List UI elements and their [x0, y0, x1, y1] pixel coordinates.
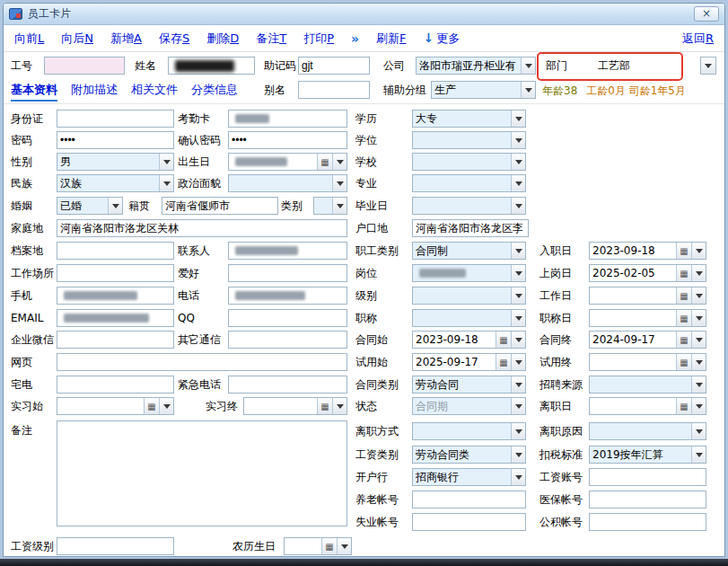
- add-button[interactable]: 新增A: [110, 31, 142, 47]
- medical-account-input[interactable]: [589, 491, 706, 509]
- post-combobox[interactable]: [412, 264, 526, 282]
- website-input[interactable]: [57, 353, 347, 371]
- lunar-birthday-calendar-icon[interactable]: ▦: [321, 538, 337, 554]
- leave-way-dropdown-arrow-icon[interactable]: [511, 423, 525, 439]
- join-date-calendar-icon[interactable]: ▦: [676, 243, 691, 259]
- category-combobox[interactable]: [313, 197, 347, 215]
- probation-end-calendar-icon[interactable]: ▦: [676, 354, 691, 370]
- mobile-input[interactable]: [57, 287, 174, 305]
- salary-account-input[interactable]: [589, 468, 706, 486]
- gender-dropdown-arrow-icon[interactable]: [159, 154, 173, 170]
- other-contact-input[interactable]: [228, 331, 347, 349]
- fund-account-input[interactable]: [589, 513, 706, 531]
- save-button[interactable]: 保存S: [159, 31, 189, 47]
- work-date-calendar-icon[interactable]: ▦: [676, 287, 691, 304]
- leave-date-calendar-icon[interactable]: ▦: [676, 398, 691, 414]
- department-value[interactable]: 工艺部: [598, 59, 630, 72]
- workplace-input[interactable]: [57, 264, 174, 282]
- native-place-input[interactable]: [162, 197, 278, 215]
- tab-extra-description[interactable]: 附加描述: [71, 82, 118, 102]
- company-combobox[interactable]: 洛阳市瑞亚丹柜业有: [416, 57, 536, 75]
- post-dropdown-arrow-icon[interactable]: [511, 265, 525, 281]
- recruit-source-combobox[interactable]: [589, 376, 706, 394]
- remark-textarea[interactable]: [57, 420, 347, 526]
- forward-button[interactable]: 向前L: [14, 31, 44, 47]
- refresh-button[interactable]: 刷新F: [376, 31, 406, 47]
- leave-reason-dropdown-arrow-icon[interactable]: [691, 423, 706, 439]
- print-button[interactable]: 打印P: [303, 31, 334, 47]
- graduation-date-dropdown-arrow-icon[interactable]: [511, 198, 525, 214]
- home-addr-input[interactable]: [57, 219, 347, 237]
- salary-type-dropdown-arrow-icon[interactable]: [511, 447, 525, 463]
- salary-type-combobox[interactable]: 劳动合同类: [412, 446, 526, 464]
- delete-button[interactable]: 删除D: [206, 31, 239, 47]
- birth-date-calendar-icon[interactable]: ▦: [317, 154, 332, 170]
- email-input[interactable]: [57, 309, 174, 327]
- contract-end-dropdown-arrow-icon[interactable]: [691, 332, 706, 348]
- leave-reason-combobox[interactable]: [589, 422, 706, 440]
- birth-date-dropdown-arrow-icon[interactable]: [332, 154, 346, 170]
- join-date-dropdown-arrow-icon[interactable]: [691, 243, 706, 259]
- intern-start-calendar-icon[interactable]: ▦: [144, 398, 159, 414]
- emp-no-input[interactable]: [44, 57, 125, 75]
- archive-addr-input[interactable]: [57, 242, 174, 260]
- alias-input[interactable]: [298, 81, 370, 99]
- level-combobox[interactable]: [412, 287, 526, 305]
- work-date-dropdown-arrow-icon[interactable]: [691, 287, 706, 304]
- probation-start-dropdown-arrow-icon[interactable]: [511, 354, 525, 370]
- tab-basic-info[interactable]: 基本资料: [11, 82, 57, 102]
- intern-end-picker[interactable]: ▦: [243, 397, 347, 415]
- school-combobox[interactable]: [412, 153, 526, 171]
- title-combobox[interactable]: [412, 309, 526, 327]
- bank-combobox[interactable]: 招商银行: [412, 468, 526, 486]
- mnemonic-input[interactable]: [298, 57, 370, 75]
- tab-related-files[interactable]: 相关文件: [131, 82, 178, 102]
- password-input[interactable]: [57, 131, 174, 149]
- intern-end-dropdown-arrow-icon[interactable]: [332, 398, 346, 414]
- return-button[interactable]: 返回R: [682, 31, 714, 47]
- unemployment-account-input[interactable]: [412, 513, 526, 531]
- pension-account-input[interactable]: [412, 491, 526, 509]
- qq-input[interactable]: [228, 309, 347, 327]
- employee-type-dropdown-arrow-icon[interactable]: [511, 243, 525, 259]
- education-combobox[interactable]: 大专: [412, 110, 526, 128]
- leave-date-picker[interactable]: ▦: [589, 397, 706, 415]
- political-combobox[interactable]: [228, 174, 347, 192]
- education-dropdown-arrow-icon[interactable]: [511, 111, 525, 127]
- department-dropdown-arrow-icon[interactable]: [700, 57, 716, 75]
- name-input[interactable]: [168, 57, 255, 75]
- title-date-dropdown-arrow-icon[interactable]: [691, 310, 706, 326]
- marriage-combobox[interactable]: 已婚: [57, 197, 123, 215]
- recruit-source-dropdown-arrow-icon[interactable]: [691, 376, 706, 393]
- onboard-date-dropdown-arrow-icon[interactable]: [691, 265, 706, 281]
- close-button[interactable]: ×: [694, 6, 719, 22]
- gender-combobox[interactable]: 男: [57, 153, 174, 171]
- backward-button[interactable]: 向后N: [61, 31, 93, 47]
- contract-type-dropdown-arrow-icon[interactable]: [511, 376, 525, 393]
- major-combobox[interactable]: [412, 174, 526, 192]
- contract-end-calendar-icon[interactable]: ▦: [676, 332, 691, 348]
- aux-group-dropdown-arrow-icon[interactable]: [521, 82, 535, 98]
- chevron-more-icon[interactable]: »: [351, 31, 359, 46]
- probation-start-calendar-icon[interactable]: ▦: [496, 354, 511, 370]
- lunar-birthday-dropdown-arrow-icon[interactable]: [337, 538, 351, 554]
- tax-standard-dropdown-arrow-icon[interactable]: [691, 447, 706, 463]
- hobby-input[interactable]: [228, 264, 347, 282]
- degree-dropdown-arrow-icon[interactable]: [511, 132, 525, 148]
- contact-input[interactable]: [228, 242, 347, 260]
- title-dropdown-arrow-icon[interactable]: [511, 310, 525, 326]
- intern-end-calendar-icon[interactable]: ▦: [317, 398, 332, 414]
- employee-type-combobox[interactable]: 合同制: [412, 242, 526, 260]
- title-date-calendar-icon[interactable]: ▦: [676, 310, 691, 326]
- probation-end-picker[interactable]: ▦: [589, 353, 706, 371]
- join-date-picker[interactable]: 2023-09-18▦: [589, 242, 706, 260]
- tax-standard-combobox[interactable]: 2019按年汇算: [589, 446, 706, 464]
- degree-combobox[interactable]: [412, 131, 526, 149]
- contract-start-picker[interactable]: 2023-09-18▦: [412, 331, 526, 349]
- major-dropdown-arrow-icon[interactable]: [511, 175, 525, 191]
- leave-way-combobox[interactable]: [412, 422, 526, 440]
- attendance-card-input[interactable]: [228, 110, 347, 128]
- probation-end-dropdown-arrow-icon[interactable]: [691, 354, 706, 370]
- lunar-birthday-picker[interactable]: ▦: [284, 537, 352, 555]
- marriage-dropdown-arrow-icon[interactable]: [108, 198, 122, 214]
